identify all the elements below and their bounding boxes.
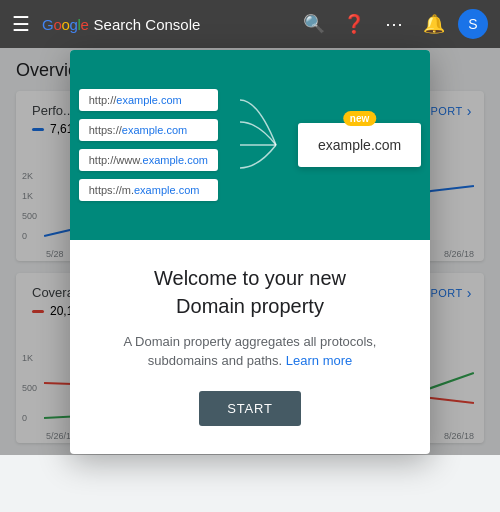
notifications-icon[interactable]: 🔔: [418, 8, 450, 40]
search-icon[interactable]: 🔍: [298, 8, 330, 40]
modal-heading: Welcome to your newDomain property: [98, 264, 402, 320]
product-name: Search Console: [94, 16, 201, 33]
modal-description: A Domain property aggregates all protoco…: [98, 332, 402, 371]
domain-box: example.com: [298, 123, 421, 167]
apps-icon[interactable]: ⋯: [378, 8, 410, 40]
arrows-svg: [238, 85, 278, 205]
modal-overlay: http://example.com https://example.com h…: [0, 48, 500, 455]
page-content: Overview Perfo... 7,613 to... PORT › 2K …: [0, 48, 500, 455]
new-badge: new: [343, 111, 376, 126]
modal-body: Welcome to your newDomain property A Dom…: [70, 240, 430, 454]
app-logo: Google Search Console: [42, 16, 200, 33]
start-button[interactable]: START: [199, 391, 300, 426]
url-boxes: http://example.com https://example.com h…: [79, 89, 218, 201]
help-icon[interactable]: ❓: [338, 8, 370, 40]
modal: http://example.com https://example.com h…: [70, 50, 430, 454]
url-box-4: https://m.example.com: [79, 179, 218, 201]
topbar: ☰ Google Search Console 🔍 ❓ ⋯ 🔔 S: [0, 0, 500, 48]
learn-more-link[interactable]: Learn more: [286, 353, 352, 368]
url-box-2: https://example.com: [79, 119, 218, 141]
illustration-inner: http://example.com https://example.com h…: [79, 85, 421, 205]
modal-illustration: http://example.com https://example.com h…: [70, 50, 430, 240]
topbar-icons: 🔍 ❓ ⋯ 🔔 S: [298, 8, 488, 40]
menu-icon[interactable]: ☰: [12, 12, 30, 36]
avatar[interactable]: S: [458, 9, 488, 39]
url-box-1: http://example.com: [79, 89, 218, 111]
domain-box-wrap: new example.com: [298, 123, 421, 167]
url-box-3: http://www.example.com: [79, 149, 218, 171]
